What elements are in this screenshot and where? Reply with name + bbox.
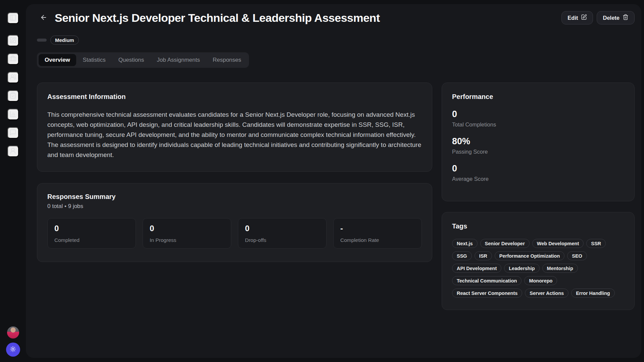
performance-stat-label: Average Score: [452, 176, 624, 182]
sidebar-bottom: [0, 326, 26, 357]
panel-left-icon: [9, 14, 16, 22]
performance-stat-label: Passing Score: [452, 149, 624, 155]
assessment-information-title: Assessment Information: [47, 93, 422, 101]
tag-ssg: SSG: [452, 251, 472, 260]
content-right-column: Performance 0Total Completions80%Passing…: [442, 83, 635, 310]
tag-seo: SEO: [567, 251, 587, 260]
tag-list: Next.jsSenior DeveloperWeb DevelopmentSS…: [452, 239, 624, 298]
performance-stat-label: Total Completions: [452, 121, 624, 128]
sun-icon: [10, 346, 16, 353]
header-actions: Edit Delete: [561, 11, 635, 24]
performance-stat-passing-score: 80%Passing Score: [452, 136, 624, 155]
tag-error-handling: Error Handling: [571, 289, 615, 298]
tags-card: Tags Next.jsSenior DeveloperWeb Developm…: [442, 212, 635, 310]
performance-stat-value: 0: [452, 109, 624, 119]
tag-ssr: SSR: [586, 239, 606, 248]
user-avatar[interactable]: [7, 326, 19, 339]
sidebar-item-candidates[interactable]: [7, 72, 19, 83]
users-icon: [9, 73, 16, 82]
tag-server-actions: Server Actions: [525, 289, 568, 298]
tags-title: Tags: [452, 222, 624, 230]
arrow-left-icon: [40, 14, 47, 22]
responses-summary-card: Responses Summary 0 total • 9 jobs 0Comp…: [37, 183, 432, 262]
performance-stat-total-completions: 0Total Completions: [452, 109, 624, 128]
content-area: Assessment Information This comprehensiv…: [37, 83, 635, 310]
tag-api-development: API Development: [452, 264, 501, 273]
edit-button-label: Edit: [567, 15, 578, 21]
stat-label: Completion Rate: [340, 237, 415, 243]
performance-stat-value: 0: [452, 163, 624, 174]
sidebar: [0, 0, 26, 362]
stat-box-drop-offs: 0Drop-offs: [238, 218, 327, 249]
tag-performance-optimization: Performance Optimization: [495, 251, 564, 260]
sidebar-item-messages[interactable]: [7, 127, 19, 139]
performance-title: Performance: [452, 93, 624, 101]
edit-button[interactable]: Edit: [561, 11, 593, 24]
user-icon: [9, 147, 16, 155]
delete-button[interactable]: Delete: [597, 11, 635, 24]
tab-statistics[interactable]: Statistics: [77, 54, 112, 66]
trash-icon: [623, 14, 629, 21]
theme-toggle-button[interactable]: [6, 343, 20, 357]
stat-label: Drop-offs: [245, 237, 319, 243]
main-panel: Senior Next.js Developer Technical & Lea…: [26, 4, 641, 358]
responses-summary-title: Responses Summary: [47, 193, 422, 201]
tag-senior-developer: Senior Developer: [480, 239, 530, 248]
responses-summary-subtitle: 0 total • 9 jobs: [47, 203, 422, 210]
page-title: Senior Next.js Developer Technical & Lea…: [55, 11, 380, 24]
tag-technical-communication: Technical Communication: [452, 276, 522, 285]
assessment-description: This comprehensive technical assessment …: [47, 110, 422, 160]
difficulty-indicator-dash: [37, 39, 47, 42]
badge-row: Medium: [37, 36, 635, 45]
tab-bar: OverviewStatisticsQuestionsJob Assignmen…: [37, 52, 249, 68]
difficulty-badge: Medium: [50, 36, 79, 45]
sidebar-item-jobs[interactable]: [7, 53, 19, 65]
tag-web-development: Web Development: [532, 239, 584, 248]
tag-next-js: Next.js: [452, 239, 478, 248]
tab-questions[interactable]: Questions: [112, 54, 150, 66]
message-square-icon: [9, 129, 16, 137]
tag-leadership: Leadership: [504, 264, 539, 273]
stat-box-completion-rate: -Completion Rate: [333, 218, 422, 249]
performance-stats: 0Total Completions80%Passing Score0Avera…: [452, 109, 624, 182]
stat-box-in-progress: 0In Progress: [143, 218, 231, 249]
sidebar-item-assessments[interactable]: [7, 90, 19, 102]
sidebar-item-dashboard[interactable]: [7, 35, 19, 46]
stat-value: -: [340, 223, 415, 234]
assessment-information-card: Assessment Information This comprehensiv…: [37, 83, 432, 172]
stat-value: 0: [54, 223, 129, 234]
responses-stat-grid: 0Completed0In Progress0Drop-offs-Complet…: [47, 218, 422, 249]
stat-box-completed: 0Completed: [47, 218, 136, 249]
layout-dashboard-icon: [9, 37, 16, 45]
tag-mentorship: Mentorship: [542, 264, 578, 273]
sidebar-item-profile[interactable]: [7, 146, 19, 157]
sidebar-item-panel-toggle[interactable]: [7, 12, 19, 24]
tag-monorepo: Monorepo: [524, 276, 557, 285]
performance-stat-average-score: 0Average Score: [452, 163, 624, 182]
stat-label: Completed: [54, 237, 129, 243]
sidebar-nav: [7, 12, 19, 164]
tab-overview[interactable]: Overview: [39, 54, 76, 66]
performance-stat-value: 80%: [452, 136, 624, 147]
tag-react-server-components: React Server Components: [452, 289, 522, 298]
bar-chart-icon: [9, 110, 16, 118]
back-button[interactable]: [37, 11, 50, 24]
square-pen-icon: [581, 14, 587, 21]
performance-card: Performance 0Total Completions80%Passing…: [442, 83, 635, 201]
stat-value: 0: [150, 223, 224, 234]
page-header: Senior Next.js Developer Technical & Lea…: [37, 11, 635, 24]
clipboard-check-icon: [9, 92, 16, 100]
content-left-column: Assessment Information This comprehensiv…: [37, 83, 432, 310]
delete-button-label: Delete: [603, 15, 620, 21]
tag-isr: ISR: [475, 251, 492, 260]
stat-value: 0: [245, 223, 319, 234]
briefcase-icon: [9, 55, 16, 63]
tab-job-assignments[interactable]: Job Assignments: [151, 54, 206, 66]
stat-label: In Progress: [150, 237, 224, 243]
sidebar-item-analytics[interactable]: [7, 109, 19, 120]
tab-responses[interactable]: Responses: [207, 54, 247, 66]
